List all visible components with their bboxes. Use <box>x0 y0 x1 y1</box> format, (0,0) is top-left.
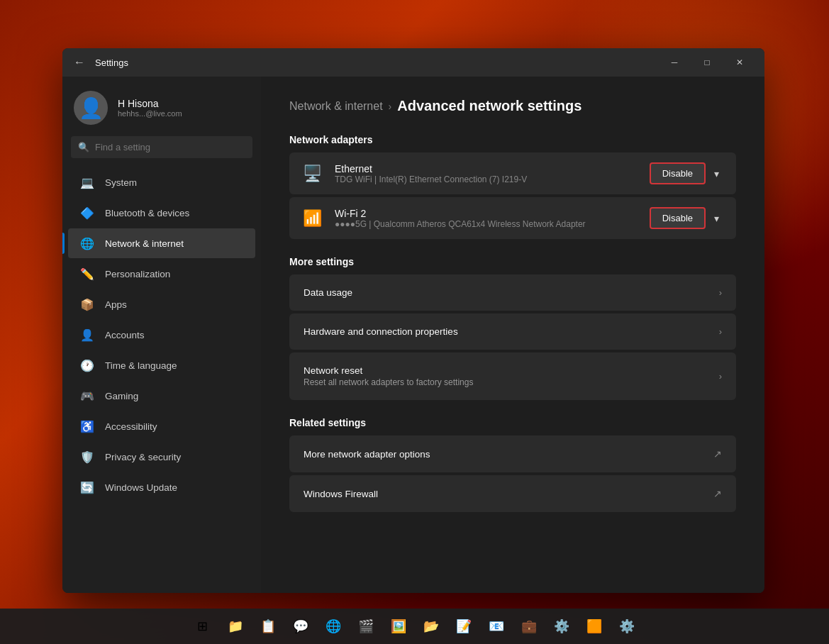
taskbar-item-notepad[interactable]: 📝 <box>449 611 479 641</box>
sidebar-item-privacy[interactable]: 🛡️ Privacy & security <box>68 442 255 472</box>
nav-label-bluetooth: Bluetooth & devices <box>105 208 189 218</box>
breadcrumb-parent[interactable]: Network & internet <box>289 100 383 113</box>
avatar-icon: 👤 <box>79 96 104 120</box>
adapter-icon-ethernet: 🖥️ <box>301 165 323 183</box>
chevron-right-icon-network-reset: › <box>719 371 722 382</box>
titlebar-left: ← Settings <box>71 53 128 72</box>
adapter-actions-ethernet: Disable ▾ <box>650 162 725 184</box>
related-setting-title-firewall: Windows Firewall <box>304 489 705 499</box>
taskbar-item-files[interactable]: 📂 <box>416 611 446 641</box>
more-setting-title-data-usage: Data usage <box>304 287 711 298</box>
user-info: H Hisona hehhs...@live.com <box>118 98 182 118</box>
external-link-icon-firewall: ↗ <box>713 488 722 499</box>
more-setting-title-network-reset: Network reset <box>304 365 711 376</box>
adapter-desc-wifi2: ●●●●5G | Qualcomm Atheros QCA61x4 Wirele… <box>335 219 638 229</box>
adapter-info-ethernet: Ethernet TDG WiFi | Intel(R) Ethernet Co… <box>335 163 638 184</box>
nav-label-system: System <box>105 177 137 188</box>
nav-icon-privacy: 🛡️ <box>79 449 95 465</box>
search-box: 🔍 <box>71 136 252 158</box>
adapters-title: Network adapters <box>289 134 736 145</box>
nav-label-personalization: Personalization <box>105 269 170 279</box>
titlebar-controls: ─ □ ✕ <box>658 51 756 74</box>
nav-label-accessibility: Accessibility <box>105 421 157 432</box>
sidebar-item-update[interactable]: 🔄 Windows Update <box>68 472 255 502</box>
external-link-icon-more-adapter: ↗ <box>713 448 722 460</box>
sidebar-item-personalization[interactable]: ✏️ Personalization <box>68 259 255 289</box>
adapter-actions-wifi2: Disable ▾ <box>650 207 725 229</box>
nav-icon-accounts: 👤 <box>79 327 95 343</box>
related-setting-title-more-adapter: More network adapter options <box>304 449 705 460</box>
sidebar-item-accessibility[interactable]: ♿ Accessibility <box>68 411 255 441</box>
taskbar-item-premiere[interactable]: 🎬 <box>351 611 381 641</box>
expand-btn-ethernet[interactable]: ▾ <box>708 164 725 184</box>
more-settings-title: More settings <box>289 256 736 267</box>
more-settings-section: More settings Data usage › Hardware and … <box>289 256 736 400</box>
taskbar-item-explorer[interactable]: 📁 <box>221 611 250 641</box>
maximize-button[interactable]: □ <box>691 51 723 74</box>
more-setting-hw-connection[interactable]: Hardware and connection properties › <box>289 313 736 350</box>
sidebar-item-time[interactable]: 🕐 Time & language <box>68 350 255 380</box>
taskbar-item-teams[interactable]: 💬 <box>286 611 316 641</box>
back-button[interactable]: ← <box>71 53 88 72</box>
related-setting-firewall[interactable]: Windows Firewall ↗ <box>289 475 736 512</box>
search-input[interactable] <box>95 136 245 158</box>
breadcrumb: Network & internet › Advanced network se… <box>289 98 736 114</box>
nav-icon-bluetooth: 🔷 <box>79 205 95 221</box>
taskbar-item-mail[interactable]: 📧 <box>482 611 511 641</box>
adapter-name-ethernet: Ethernet <box>335 163 638 174</box>
sidebar-item-apps[interactable]: 📦 Apps <box>68 289 255 319</box>
sidebar-item-accounts[interactable]: 👤 Accounts <box>68 320 255 350</box>
settings-window: ← Settings ─ □ ✕ 👤 H Hisona hehhs...@liv… <box>62 48 764 593</box>
taskbar: ⊞📁📋💬🌐🎬🖼️📂📝📧💼⚙️🟧⚙️ <box>0 609 829 644</box>
taskbar-item-start[interactable]: ⊞ <box>188 611 218 641</box>
nav-icon-gaming: 🎮 <box>79 388 95 404</box>
disable-btn-wifi2[interactable]: Disable <box>650 207 706 229</box>
related-rows: More network adapter options ↗ Windows F… <box>289 435 736 512</box>
nav-icon-accessibility: ♿ <box>79 418 95 434</box>
sidebar-item-network[interactable]: 🌐 Network & internet <box>68 228 255 258</box>
adapter-ethernet: 🖥️ Ethernet TDG WiFi | Intel(R) Ethernet… <box>289 152 736 194</box>
nav-label-accounts: Accounts <box>105 330 145 340</box>
adapter-wifi2: 📶 Wi-Fi 2 ●●●●5G | Qualcomm Atheros QCA6… <box>289 197 736 239</box>
taskbar-item-chrome[interactable]: 🌐 <box>318 611 348 641</box>
nav-icon-apps: 📦 <box>79 296 95 312</box>
taskbar-item-settings2[interactable]: ⚙️ <box>612 611 642 641</box>
related-setting-text-firewall: Windows Firewall <box>304 489 705 499</box>
minimize-button[interactable]: ─ <box>658 51 691 74</box>
taskbar-item-office[interactable]: 🟧 <box>579 611 609 641</box>
more-setting-text-data-usage: Data usage <box>304 287 711 298</box>
taskbar-item-slack[interactable]: 💼 <box>514 611 544 641</box>
related-setting-more-adapter[interactable]: More network adapter options ↗ <box>289 435 736 472</box>
related-settings-section: Related settings More network adapter op… <box>289 417 736 512</box>
titlebar: ← Settings ─ □ ✕ <box>62 48 764 77</box>
sidebar-item-system[interactable]: 💻 System <box>68 167 255 197</box>
adapter-desc-ethernet: TDG WiFi | Intel(R) Ethernet Connection … <box>335 174 638 184</box>
nav-icon-time: 🕐 <box>79 357 95 373</box>
user-email: hehhs...@live.com <box>118 109 182 118</box>
nav-label-network: Network & internet <box>105 238 184 249</box>
user-section: 👤 H Hisona hehhs...@live.com <box>62 77 261 136</box>
nav-list: 💻 System 🔷 Bluetooth & devices 🌐 Network… <box>62 167 261 503</box>
nav-icon-system: 💻 <box>79 174 95 190</box>
more-setting-network-reset[interactable]: Network reset Reset all network adapters… <box>289 352 736 400</box>
sidebar-item-gaming[interactable]: 🎮 Gaming <box>68 381 255 411</box>
related-settings-title: Related settings <box>289 417 736 428</box>
nav-icon-update: 🔄 <box>79 479 95 495</box>
taskbar-item-ps[interactable]: 🖼️ <box>384 611 413 641</box>
more-setting-subtitle-network-reset: Reset all network adapters to factory se… <box>304 377 711 387</box>
more-setting-data-usage[interactable]: Data usage › <box>289 274 736 311</box>
chevron-right-icon-hw-connection: › <box>719 326 722 337</box>
breadcrumb-current: Advanced network settings <box>397 98 582 114</box>
taskbar-item-apps2[interactable]: 📋 <box>253 611 283 641</box>
related-setting-text-more-adapter: More network adapter options <box>304 449 705 460</box>
sidebar-item-bluetooth[interactable]: 🔷 Bluetooth & devices <box>68 198 255 228</box>
disable-btn-ethernet[interactable]: Disable <box>650 162 706 184</box>
more-setting-text-hw-connection: Hardware and connection properties <box>304 326 711 337</box>
close-button[interactable]: ✕ <box>723 51 756 74</box>
expand-btn-wifi2[interactable]: ▾ <box>708 209 725 228</box>
taskbar-item-unknown1[interactable]: ⚙️ <box>547 611 577 641</box>
more-setting-title-hw-connection: Hardware and connection properties <box>304 326 711 337</box>
chevron-right-icon-data-usage: › <box>719 287 722 298</box>
more-settings-rows: Data usage › Hardware and connection pro… <box>289 274 736 400</box>
breadcrumb-separator: › <box>389 101 392 112</box>
